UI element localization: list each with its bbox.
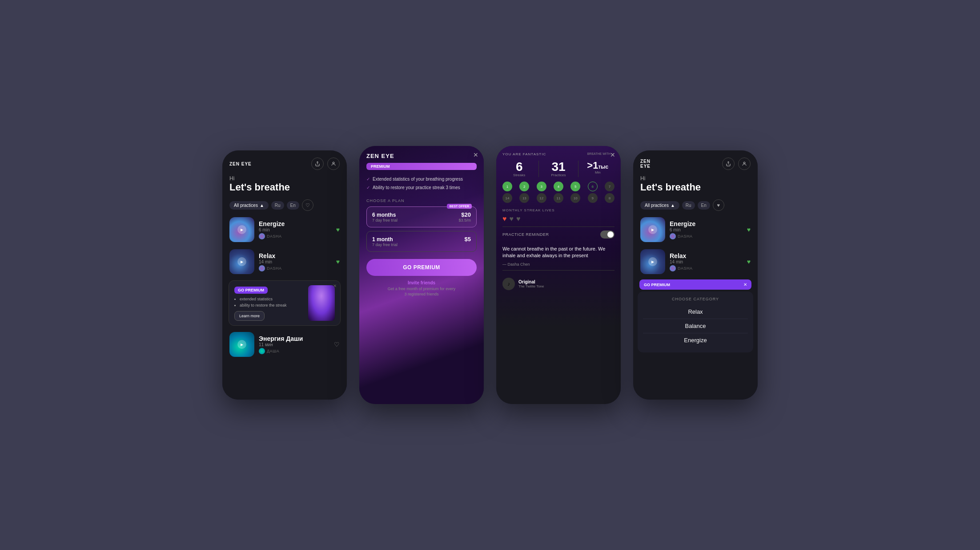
category-energize[interactable]: Energize — [643, 333, 748, 347]
reminder-toggle[interactable] — [600, 231, 615, 239]
like-icon-relax-1[interactable]: ♥ — [336, 258, 340, 265]
phone-1: ZEN EYE Hi Let's b — [222, 150, 347, 400]
screen3-content: ✕ YOU ARE FANTASTIC BREATHE WITH → 6 Str… — [496, 146, 621, 404]
cal-day-3: 3 — [537, 182, 546, 191]
banner-close-4[interactable]: ✕ — [743, 282, 747, 287]
filter-pill-1[interactable]: All practices ▲ — [229, 201, 269, 210]
stat-min: >1тыс Min — [581, 161, 615, 177]
quote-text: We cannot breathe in the past or the fut… — [502, 246, 615, 259]
streak-hearts: ♥ ♥ ♥ — [502, 215, 615, 223]
play-button-relax-4[interactable]: ▶ — [648, 257, 657, 266]
lang-ru-4[interactable]: Ru — [682, 201, 695, 210]
stat-label-min: Min — [581, 170, 615, 174]
you-are-fantastic-label: YOU ARE FANTASTIC — [502, 152, 546, 156]
invite-link[interactable]: Invite friends — [366, 280, 477, 285]
heart-2: ♥ — [510, 215, 514, 223]
cal-day-11: 11 — [554, 193, 563, 203]
heart-3: ♥ — [516, 215, 521, 223]
calendar-row-2: 14 13 12 11 10 9 8 — [502, 193, 615, 203]
invite-friends-section: Invite friends Get a free month of premi… — [366, 280, 477, 297]
play-button-relax-1[interactable]: ▶ — [237, 257, 246, 266]
filter-row-4: All practices ▲ Ru En ♥ — [633, 197, 758, 214]
practice-duration-relax-1: 14 min — [259, 259, 332, 264]
filter-pill-4[interactable]: All practices ▲ — [640, 201, 679, 210]
profile-icon[interactable] — [327, 158, 340, 170]
plan-row-1m: 1 month $5 — [372, 236, 471, 243]
practice-duration-energize-1: 6 min — [259, 227, 332, 232]
practice-author-energize-1: DASHA — [259, 233, 332, 239]
play-button-energize-1[interactable]: ▶ — [237, 225, 246, 234]
go-premium-button[interactable]: GO PREMIUM — [366, 259, 477, 276]
category-balance[interactable]: Balance — [643, 319, 748, 333]
practice-info-relax-1: Relax 14 min DASHA — [259, 252, 332, 271]
learn-more-button-1[interactable]: Learn more — [234, 311, 265, 321]
practice-info-energize-1: Energize 6 min DASHA — [259, 220, 332, 239]
like-icon-energize-4[interactable]: ♥ — [747, 226, 751, 233]
practice-info-energia-1: Энергия Даши 11 мин ДАША — [259, 335, 329, 354]
practice-name-energize-1: Energize — [259, 220, 332, 227]
share-icon[interactable] — [311, 158, 324, 170]
filter-label-1: All practices — [234, 203, 258, 208]
practice-thumb-relax-4[interactable]: ▶ — [640, 249, 665, 274]
practice-author-relax-4: DASHA — [670, 265, 743, 271]
lang-en-1[interactable]: En — [287, 201, 299, 210]
plan-subrow-6m: 7 day free trial $3.5/m — [372, 218, 471, 222]
practice-info-energize-4: Energize 6 min DASHA — [670, 220, 743, 239]
screen3-close[interactable]: ✕ — [610, 151, 615, 158]
like-icon-energize-1[interactable]: ♥ — [336, 226, 340, 233]
premium-banner-4: GO PREMIUM ✕ — [639, 279, 751, 290]
practice-author-energize-4: DASHA — [670, 233, 743, 239]
share-icon-4[interactable] — [722, 158, 735, 170]
practice-thumb-energize-1[interactable]: ▶ — [229, 217, 254, 242]
cal-day-12: 12 — [537, 193, 546, 203]
cal-day-6: 6 — [588, 182, 598, 191]
lang-ru-1[interactable]: Ru — [271, 201, 284, 210]
go-premium-badge-1: GO PREMIUM — [234, 287, 268, 294]
cal-day-10: 10 — [570, 193, 580, 203]
favorites-button-1[interactable]: ♡ — [302, 199, 313, 211]
invite-desc: Get a free month of premium for every3 r… — [366, 287, 477, 297]
play-button-energia-1[interactable]: ▶ — [237, 340, 246, 349]
favorites-button-4[interactable]: ♥ — [713, 199, 724, 211]
practice-duration-relax-4: 14 min — [670, 259, 743, 264]
feature-text-1: Extended statistics of your breathing pr… — [373, 176, 463, 182]
plan-name-1m: 1 month — [372, 236, 393, 243]
practice-info-relax-4: Relax 14 min DASHA — [670, 252, 743, 271]
category-relax[interactable]: Relax — [643, 305, 748, 319]
streak-section: MONTHLY STREAK LIVES ♥ ♥ ♥ — [502, 208, 615, 223]
plan-6months[interactable]: BEST OFFER 6 months $20 7 day free trial… — [366, 206, 477, 227]
author-name-1: DASHA — [267, 234, 282, 239]
plan-1month[interactable]: 1 month $5 7 day free trial — [366, 231, 477, 252]
stat-divider-1 — [538, 161, 539, 177]
cal-day-7: 7 — [605, 182, 615, 191]
stat-streaks: 6 Streaks — [502, 161, 536, 177]
play-button-energize-4[interactable]: ▶ — [648, 225, 657, 234]
author-avatar-1 — [259, 233, 265, 239]
like-icon-energia-1[interactable]: ♡ — [334, 341, 340, 348]
author-avatar-relax-4 — [670, 265, 676, 271]
stat-label-practices: Practices — [542, 173, 575, 177]
cal-day-4: 4 — [554, 182, 563, 191]
cal-day-14: 14 — [502, 193, 512, 203]
phone-3: ✕ YOU ARE FANTASTIC BREATHE WITH → 6 Str… — [496, 146, 621, 404]
modal-close-button[interactable]: ✕ — [473, 151, 478, 158]
music-card: ♪ Original The Twilite Tone — [502, 278, 615, 290]
plan-trial-6m: 7 day free trial — [372, 218, 398, 222]
practice-card-relax-1: ▶ Relax 14 min DASHA ♥ — [222, 246, 347, 278]
stat-practices: 31 Practices — [542, 161, 575, 177]
like-icon-relax-4[interactable]: ♥ — [747, 258, 751, 265]
stat-value-streaks: 6 — [502, 161, 536, 173]
plan-price-6m: $20 — [461, 211, 471, 218]
practice-thumb-energia-1[interactable]: ▶ — [229, 332, 254, 357]
plan-permonth-6m: $3.5/m — [458, 218, 471, 222]
lang-en-4[interactable]: En — [698, 201, 710, 210]
screen1-header: ZEN EYE — [222, 150, 347, 174]
feature-2: ✓ Ability to restore your practice strea… — [366, 185, 477, 190]
practice-thumb-energize-4[interactable]: ▶ — [640, 217, 665, 242]
author-name-relax-1: DASHA — [267, 266, 282, 271]
svg-point-0 — [333, 162, 334, 164]
plan-price-1m: $5 — [465, 236, 471, 243]
practice-thumb-relax-1[interactable]: ▶ — [229, 249, 254, 274]
profile-icon-4[interactable] — [738, 158, 751, 170]
screen3: ✕ YOU ARE FANTASTIC BREATHE WITH → 6 Str… — [496, 146, 621, 404]
